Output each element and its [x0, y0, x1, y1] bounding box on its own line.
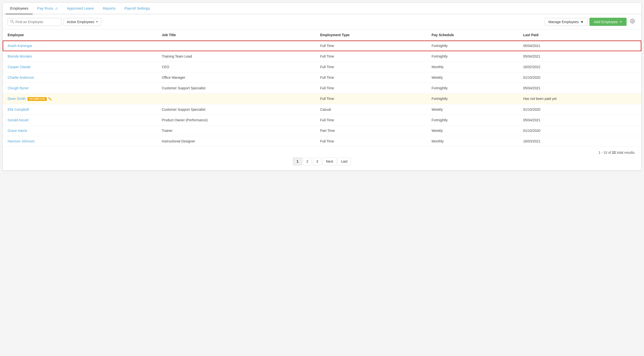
pay-schedule-cell: Fortnightly	[427, 115, 518, 125]
search-icon	[10, 20, 14, 24]
table-row[interactable]: Brenda MoralesTraining Team LeadFull Tim…	[3, 51, 641, 62]
col-last-paid: Last Paid	[518, 30, 641, 41]
next-button[interactable]: Next	[322, 157, 336, 165]
chevron-down-icon-add: ▼	[620, 21, 622, 23]
tab-reports[interactable]: Reports	[98, 3, 120, 14]
pay-schedule-cell: Monthly	[427, 136, 518, 146]
tab-employees[interactable]: Employees	[6, 3, 33, 14]
last-paid-cell: 16/03/2021	[518, 136, 641, 146]
job-title-cell: Training Team Lead	[157, 51, 315, 62]
tab-approved-leave[interactable]: Approved Leave	[62, 3, 98, 14]
table-row[interactable]: Grace HarrisTrainerPart TimeWeekly01/10/…	[3, 125, 641, 136]
employee-name-link[interactable]: Ella Campbell	[8, 108, 29, 111]
col-employment-type: Employment Type	[315, 30, 426, 41]
employment-type-cell: Full Time	[315, 62, 426, 72]
svg-point-0	[11, 20, 13, 22]
job-title-cell: Instructional Designer	[157, 136, 315, 146]
job-title-cell: Trainer	[157, 125, 315, 136]
pagination-buttons: 1 2 3 Next Last	[293, 157, 351, 165]
chevron-down-icon-manage: ▼	[580, 20, 584, 24]
employment-type-cell: Part Time	[315, 125, 426, 136]
toolbar: Active Employees ▼ Manage Employees ▼ Ad…	[3, 14, 641, 30]
pay-schedule-cell: Fortnightly	[427, 41, 518, 51]
svg-point-2	[632, 21, 633, 22]
employee-table: Employee Job Title Employment Type Pay S…	[3, 30, 641, 147]
svg-line-1	[13, 22, 14, 23]
job-title-cell: Product Owner (Performance)	[157, 115, 315, 125]
chevron-down-icon: ▼	[96, 21, 98, 23]
table-header-row: Employee Job Title Employment Type Pay S…	[3, 30, 641, 41]
results-count: 1 - 10 of 22 total results.	[598, 151, 636, 155]
incomplete-badge: INCOMPLETE	[28, 97, 47, 101]
pay-schedule-cell: Fortnightly	[427, 94, 518, 104]
add-employee-button[interactable]: Add Employee ▼	[590, 18, 626, 26]
pay-schedule-cell: Weekly	[427, 72, 518, 83]
table-row[interactable]: Casper ClaudeCEOFull TimeMonthly16/02/20…	[3, 62, 641, 72]
last-paid-cell: 05/04/2021	[518, 83, 641, 94]
table-row[interactable]: Ella CampbellCustomer Support Specialist…	[3, 104, 641, 115]
last-paid-cell: Has not been paid yet	[518, 94, 641, 104]
employee-name-link[interactable]: Clough Ryner	[8, 86, 29, 90]
settings-icon[interactable]	[628, 17, 636, 26]
table-row[interactable]: Harrison JohnsonInstructional DesignerFu…	[3, 136, 641, 146]
employment-type-cell: Full Time	[315, 94, 426, 104]
page-3-button[interactable]: 3	[313, 157, 322, 165]
pay-schedule-cell: Weekly	[427, 104, 518, 115]
last-paid-cell: 01/10/2020	[518, 72, 641, 83]
employee-name-link[interactable]: Gerald Ascart	[8, 118, 28, 122]
employment-type-cell: Full Time	[315, 41, 426, 51]
search-input[interactable]	[16, 20, 55, 24]
employee-name-link[interactable]: Harrison Johnson	[8, 139, 35, 143]
employment-type-cell: Casual	[315, 104, 426, 115]
col-pay-schedule: Pay Schedule	[427, 30, 518, 41]
table-row[interactable]: Clough RynerCustomer Support SpecialistF…	[3, 83, 641, 94]
job-title-cell: Office Manager	[157, 72, 315, 83]
table-row[interactable]: Charlie AndersonOffice ManagerFull TimeW…	[3, 72, 641, 83]
pay-schedule-cell: Fortnightly	[427, 51, 518, 62]
employment-type-cell: Full Time	[315, 51, 426, 62]
page-2-button[interactable]: 2	[303, 157, 312, 165]
employment-type-cell: Full Time	[315, 115, 426, 125]
employee-name-link[interactable]: Casper Claude	[8, 65, 30, 69]
last-paid-cell: 05/04/2021	[518, 115, 641, 125]
pay-schedule-cell: Fortnightly	[427, 83, 518, 94]
last-paid-cell: 05/04/2021	[518, 51, 641, 62]
app-container: Employees Pay Runs ⚠ Approved Leave Repo…	[2, 3, 642, 171]
table-row[interactable]: Arash KamingarFull TimeFortnightly05/04/…	[3, 41, 641, 51]
col-employee: Employee	[3, 30, 157, 41]
col-job-title: Job Title	[157, 30, 315, 41]
pay-schedule-cell: Weekly	[427, 125, 518, 136]
last-paid-cell: 01/10/2020	[518, 104, 641, 115]
employee-name-link[interactable]: Arash Kamingar	[8, 44, 32, 48]
page-1-button[interactable]: 1	[293, 157, 302, 165]
last-paid-cell: 05/04/2021	[518, 41, 641, 51]
job-title-cell	[157, 94, 315, 104]
last-button[interactable]: Last	[338, 157, 351, 165]
job-title-cell: CEO	[157, 62, 315, 72]
employment-type-cell: Full Time	[315, 83, 426, 94]
tab-payroll-settings[interactable]: Payroll Settings	[120, 3, 154, 14]
employment-type-cell: Full Time	[315, 136, 426, 146]
pagination-area: 1 - 10 of 22 total results. 1 2 3 Next L…	[3, 147, 641, 170]
pay-schedule-cell: Monthly	[427, 62, 518, 72]
search-area	[8, 18, 62, 26]
job-title-cell: Customer Support Specialist	[157, 83, 315, 94]
employee-name-link[interactable]: Dean Smith	[8, 97, 26, 101]
warning-icon: ⚠	[55, 7, 58, 10]
manage-employees-button[interactable]: Manage Employees ▼	[545, 18, 588, 26]
last-paid-cell: 16/02/2022	[518, 62, 641, 72]
nav-tabs: Employees Pay Runs ⚠ Approved Leave Repo…	[3, 3, 641, 14]
tab-pay-runs[interactable]: Pay Runs ⚠	[33, 3, 62, 14]
employee-name-link[interactable]: Charlie Anderson	[8, 76, 34, 80]
job-title-cell: Customer Support Specialist	[157, 104, 315, 115]
table-row[interactable]: Gerald AscartProduct Owner (Performance)…	[3, 115, 641, 125]
job-title-cell	[157, 41, 315, 51]
edit-icon[interactable]: ✏️	[48, 97, 52, 101]
employment-type-cell: Full Time	[315, 72, 426, 83]
employee-name-link[interactable]: Grace Harris	[8, 129, 27, 133]
employee-name-link[interactable]: Brenda Morales	[8, 54, 32, 58]
last-paid-cell: 01/10/2020	[518, 125, 641, 136]
table-row[interactable]: Dean SmithINCOMPLETE✏️Full TimeFortnight…	[3, 94, 641, 104]
active-employees-dropdown[interactable]: Active Employees ▼	[64, 18, 101, 26]
